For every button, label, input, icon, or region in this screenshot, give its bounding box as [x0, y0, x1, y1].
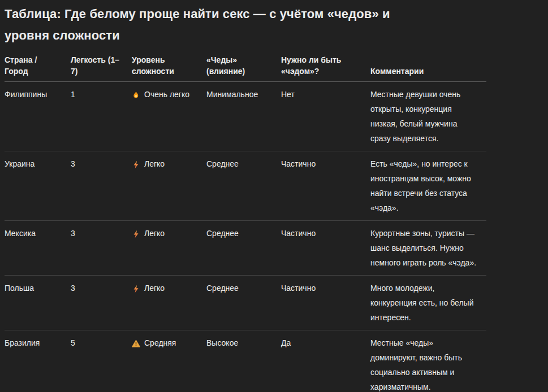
country-cell: Филиппины: [5, 82, 71, 151]
difficulty-value: Легко: [132, 156, 165, 171]
country-cell: Бразилия: [5, 330, 71, 392]
table-row: Украина3ЛегкоСреднееЧастичноЕсть «чеды»,…: [5, 151, 486, 221]
comment-cell: Курортные зоны, туристы — шанс выделитьс…: [370, 221, 486, 276]
chads-influence-cell: Среднее: [206, 276, 281, 330]
column-header: Комментарии: [370, 53, 486, 82]
table-body: Филиппины1Очень легкоМинимальноеНетМестн…: [5, 82, 486, 392]
ease-cell: 5: [71, 330, 132, 392]
difficulty-cell: Очень легко: [132, 82, 206, 151]
ease-cell: 3: [71, 151, 132, 221]
column-header: Уровень сложности: [132, 53, 206, 82]
difficulty-cell: Легко: [132, 276, 206, 330]
ease-cell: 1: [71, 82, 132, 151]
difficulty-cell: Легко: [132, 221, 206, 276]
need-chad-cell: Частично: [281, 151, 370, 221]
table-header-row: Страна / ГородЛегкость (1–7)Уровень слож…: [5, 53, 486, 82]
difficulty-label: Средняя: [144, 336, 176, 350]
ease-cell: 3: [71, 221, 132, 276]
table-row: Мексика3ЛегкоСреднееЧастичноКурортные зо…: [5, 221, 486, 276]
need-chad-cell: Частично: [281, 276, 370, 330]
table-row: Польша3ЛегкоСреднееЧастичноМного молодеж…: [5, 276, 486, 330]
chads-influence-cell: Минимальное: [206, 82, 281, 151]
page-title: Таблица: Где белому проще найти секс — с…: [5, 3, 400, 46]
comment-cell: Много молодежи, конкуренция есть, но бел…: [370, 276, 486, 330]
difficulty-cell: Легко: [132, 151, 206, 221]
column-header: Нужно ли быть «чэдом»?: [281, 53, 370, 82]
column-header: «Чеды» (влияние): [206, 53, 281, 82]
page: Таблица: Где белому проще найти секс — с…: [0, 0, 548, 392]
need-chad-cell: Нет: [281, 82, 370, 151]
lightning-icon: [132, 285, 140, 293]
column-header: Страна / Город: [5, 53, 71, 82]
chads-influence-cell: Высокое: [206, 330, 281, 392]
lightning-icon: [132, 230, 140, 238]
comment-cell: Местные девушки очень открыты, конкуренц…: [370, 82, 486, 151]
difficulty-label: Легко: [144, 156, 165, 171]
difficulty-label: Очень легко: [144, 87, 189, 102]
column-header: Легкость (1–7): [71, 53, 132, 82]
need-chad-cell: Да: [281, 330, 370, 392]
country-cell: Польша: [5, 276, 71, 330]
chads-influence-cell: Среднее: [206, 221, 281, 276]
difficulty-value: Очень легко: [132, 87, 189, 102]
difficulty-label: Легко: [144, 226, 165, 241]
ease-cell: 3: [71, 276, 132, 330]
difficulty-cell: Средняя: [132, 330, 206, 392]
need-chad-cell: Частично: [281, 221, 370, 276]
difficulty-value: Легко: [132, 226, 165, 241]
lightning-icon: [132, 160, 140, 169]
warning-icon: [132, 339, 140, 348]
countries-table: Страна / ГородЛегкость (1–7)Уровень слож…: [5, 53, 486, 392]
difficulty-value: Легко: [132, 281, 165, 295]
country-cell: Мексика: [5, 221, 71, 276]
table-row: Филиппины1Очень легкоМинимальноеНетМестн…: [5, 82, 486, 151]
table-row: Бразилия5СредняяВысокоеДаМестные «чеды» …: [5, 330, 486, 392]
comment-cell: Есть «чеды», но интерес к иностранцам вы…: [370, 151, 486, 221]
table-head: Страна / ГородЛегкость (1–7)Уровень слож…: [5, 53, 486, 82]
comment-cell: Местные «чеды» доминируют, важно быть со…: [370, 330, 486, 392]
fire-icon: [132, 91, 140, 99]
chads-influence-cell: Среднее: [206, 151, 281, 221]
country-cell: Украина: [5, 151, 71, 221]
difficulty-value: Средняя: [132, 336, 176, 350]
difficulty-label: Легко: [144, 281, 165, 295]
